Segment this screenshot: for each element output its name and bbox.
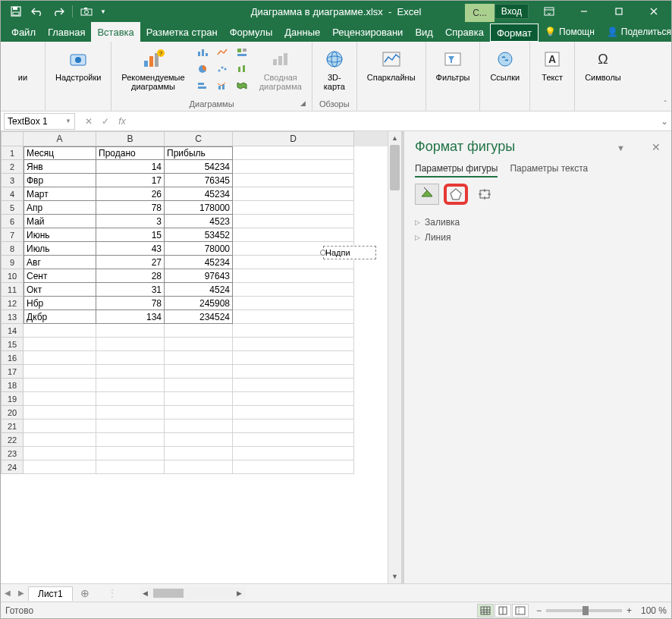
cell[interactable]: 43 xyxy=(96,242,165,256)
row-header[interactable]: 19 xyxy=(1,392,24,406)
effects-icon[interactable] xyxy=(444,184,468,205)
page-break-view-icon[interactable] xyxy=(512,604,529,617)
row-header[interactable]: 12 xyxy=(1,297,24,310)
cell[interactable] xyxy=(165,447,233,460)
cell[interactable]: 234524 xyxy=(165,310,233,324)
zoom-value[interactable]: 100 % xyxy=(636,605,667,616)
share-button[interactable]: 👤Поделиться xyxy=(601,27,672,37)
textbox-shape[interactable]: Надпи xyxy=(323,246,376,259)
cell[interactable] xyxy=(96,324,165,338)
redo-icon[interactable] xyxy=(49,2,68,20)
row-header[interactable]: 18 xyxy=(1,379,24,392)
text-button[interactable]: A Текст xyxy=(536,45,568,84)
horizontal-scrollbar[interactable]: ◀▶ xyxy=(140,587,246,599)
cell[interactable]: Дкбр xyxy=(24,310,96,324)
cell[interactable] xyxy=(233,447,354,460)
cancel-icon[interactable]: ✕ xyxy=(81,114,96,129)
row-header[interactable]: 1 xyxy=(1,146,24,160)
row-header[interactable]: 5 xyxy=(1,201,24,215)
cell[interactable]: 53452 xyxy=(165,228,233,242)
cell[interactable]: Окт xyxy=(24,283,96,297)
cell[interactable] xyxy=(165,406,233,419)
fx-icon[interactable]: fx xyxy=(115,114,130,129)
cell[interactable] xyxy=(233,283,354,297)
cell[interactable] xyxy=(165,392,233,406)
hierarchy-chart-icon[interactable] xyxy=(233,45,251,60)
cell[interactable]: 54234 xyxy=(165,160,233,174)
row-header[interactable]: 21 xyxy=(1,419,24,433)
cell[interactable]: Янв xyxy=(24,160,96,174)
cell[interactable]: 76345 xyxy=(165,174,233,187)
cell[interactable] xyxy=(233,187,354,201)
tab-nav-prev-icon[interactable]: ◀ xyxy=(1,589,14,597)
cell[interactable] xyxy=(233,297,354,310)
collapse-ribbon-icon[interactable]: ˆ xyxy=(664,99,667,108)
cell[interactable] xyxy=(233,379,354,392)
cell[interactable] xyxy=(24,419,96,433)
cell[interactable] xyxy=(165,365,233,379)
cell[interactable]: 178000 xyxy=(165,201,233,215)
tab-review[interactable]: Рецензировани xyxy=(326,22,409,42)
save-icon[interactable] xyxy=(7,2,25,20)
tab-formulas[interactable]: Формулы xyxy=(224,22,279,42)
cell[interactable] xyxy=(233,338,354,351)
cell[interactable] xyxy=(165,351,233,365)
cell[interactable]: Май xyxy=(24,215,96,228)
formula-input[interactable] xyxy=(136,113,658,130)
bar-chart-icon[interactable] xyxy=(193,78,212,93)
cell[interactable] xyxy=(96,460,165,474)
row-header[interactable]: 13 xyxy=(1,310,24,324)
cell[interactable]: 28 xyxy=(96,269,165,283)
cell[interactable] xyxy=(233,419,354,433)
cell[interactable] xyxy=(233,269,354,283)
cell[interactable]: Нбр xyxy=(24,297,96,310)
row-header[interactable]: 7 xyxy=(1,228,24,242)
cell[interactable]: Июль xyxy=(24,242,96,256)
scatter-chart-icon[interactable] xyxy=(213,61,231,77)
cell[interactable]: 17 xyxy=(96,174,165,187)
tab-nav-next-icon[interactable]: ▶ xyxy=(14,589,28,597)
pane-close-icon[interactable]: ✕ xyxy=(652,141,661,153)
size-properties-icon[interactable] xyxy=(473,184,497,205)
ribbon-prev[interactable]: ии xyxy=(7,45,39,84)
cell[interactable] xyxy=(233,310,354,324)
links-button[interactable]: Ссылки xyxy=(486,45,523,84)
tab-insert[interactable]: Вставка xyxy=(91,22,140,42)
cell[interactable] xyxy=(96,447,165,460)
cell[interactable]: 14 xyxy=(96,160,165,174)
cell[interactable]: Продано xyxy=(96,146,165,160)
camera-icon[interactable] xyxy=(77,2,96,20)
cell[interactable] xyxy=(165,419,233,433)
cell[interactable]: 245908 xyxy=(165,297,233,310)
undo-icon[interactable] xyxy=(28,2,46,20)
tab-home[interactable]: Главная xyxy=(42,22,91,42)
cell[interactable]: Март xyxy=(24,187,96,201)
cell[interactable] xyxy=(24,447,96,460)
row-header[interactable]: 8 xyxy=(1,242,24,256)
column-chart-icon[interactable] xyxy=(193,45,212,60)
col-header-c[interactable]: C xyxy=(165,131,233,146)
col-header-d[interactable]: D xyxy=(233,131,354,146)
col-header-a[interactable]: A xyxy=(24,131,96,146)
minimize-icon[interactable] xyxy=(567,1,601,22)
cell[interactable]: Фвр xyxy=(24,174,96,187)
sheet-tab[interactable]: Лист1 xyxy=(28,586,73,601)
tab-data[interactable]: Данные xyxy=(278,22,326,42)
cell[interactable] xyxy=(96,433,165,447)
scroll-thumb[interactable] xyxy=(390,145,400,190)
cell[interactable] xyxy=(233,174,354,187)
row-header[interactable]: 2 xyxy=(1,160,24,174)
cell[interactable] xyxy=(24,392,96,406)
row-header[interactable]: 24 xyxy=(1,460,24,474)
cell[interactable] xyxy=(96,419,165,433)
cell[interactable]: Апр xyxy=(24,201,96,215)
select-all-corner[interactable] xyxy=(1,131,24,146)
cell[interactable] xyxy=(233,146,354,160)
vertical-scrollbar[interactable]: ▲ ▼ xyxy=(388,131,401,583)
cell[interactable]: Июнь xyxy=(24,228,96,242)
cell[interactable] xyxy=(24,338,96,351)
row-header[interactable]: 16 xyxy=(1,351,24,365)
page-layout-view-icon[interactable] xyxy=(495,604,511,617)
cell[interactable] xyxy=(96,379,165,392)
cell[interactable] xyxy=(24,351,96,365)
